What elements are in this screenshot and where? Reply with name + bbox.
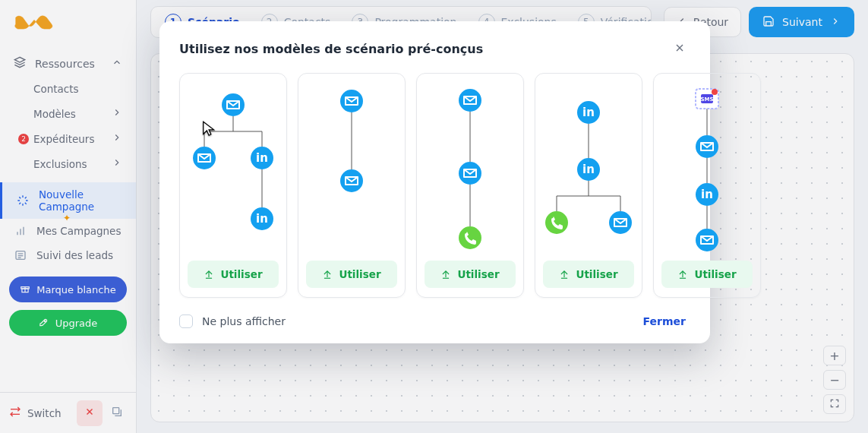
- modal-header: Utilisez nos modèles de scénario pré-con…: [179, 38, 690, 59]
- button-label: Utiliser: [339, 268, 380, 280]
- email-icon: [222, 93, 245, 116]
- email-icon: [340, 169, 363, 192]
- button-label: Utiliser: [220, 268, 262, 280]
- close-icon: [674, 41, 686, 57]
- template-preview: [306, 81, 397, 261]
- template-modal: Utilisez nos modèles de scénario pré-con…: [159, 21, 710, 343]
- email-icon: [193, 147, 216, 169]
- button-label: Fermer: [643, 315, 686, 327]
- email-icon: [459, 89, 481, 112]
- dont-show-again-checkbox[interactable]: Ne plus afficher: [179, 314, 286, 328]
- use-template-button[interactable]: Utiliser: [306, 261, 397, 288]
- template-card-3: Utiliser: [416, 73, 524, 298]
- button-label: Utiliser: [576, 268, 617, 280]
- checkbox-label: Ne plus afficher: [202, 315, 286, 327]
- use-template-button[interactable]: Utiliser: [543, 261, 634, 288]
- modal-close-button[interactable]: [669, 38, 690, 59]
- button-label: Utiliser: [694, 268, 736, 280]
- template-preview: [188, 81, 279, 261]
- template-preview: [543, 81, 634, 261]
- template-card-1: Utiliser: [179, 73, 287, 298]
- linkedin-icon: [577, 158, 600, 181]
- linkedin-icon: [696, 183, 718, 206]
- upload-icon: [677, 269, 688, 280]
- modal-footer: Ne plus afficher Fermer: [179, 314, 690, 328]
- email-icon: [696, 135, 718, 158]
- linkedin-icon: [251, 147, 273, 169]
- template-card-2: Utiliser: [298, 73, 406, 298]
- close-modal-link[interactable]: Fermer: [639, 314, 690, 328]
- upload-icon: [559, 269, 570, 280]
- template-card-5: Utiliser: [653, 73, 761, 298]
- template-card-4: Utiliser: [535, 73, 642, 298]
- upload-icon: [440, 269, 451, 280]
- template-grid: Utiliser Utiliser: [179, 73, 690, 298]
- button-label: Utiliser: [457, 268, 499, 280]
- email-icon: [609, 211, 632, 234]
- email-icon: [340, 90, 363, 112]
- linkedin-icon: [251, 207, 273, 230]
- checkbox-box: [179, 314, 193, 328]
- email-icon: [459, 162, 481, 185]
- phone-icon: [459, 226, 481, 249]
- upload-icon: [322, 269, 333, 280]
- template-preview: [661, 81, 753, 261]
- use-template-button[interactable]: Utiliser: [188, 261, 279, 288]
- email-icon: [696, 229, 718, 251]
- template-preview: [425, 81, 516, 261]
- modal-title: Utilisez nos modèles de scénario pré-con…: [179, 42, 483, 56]
- use-template-button[interactable]: Utiliser: [661, 261, 753, 288]
- use-template-button[interactable]: Utiliser: [425, 261, 516, 288]
- upload-icon: [204, 269, 214, 280]
- sms-icon: [696, 89, 718, 109]
- linkedin-icon: [577, 101, 600, 124]
- phone-icon: [545, 211, 568, 234]
